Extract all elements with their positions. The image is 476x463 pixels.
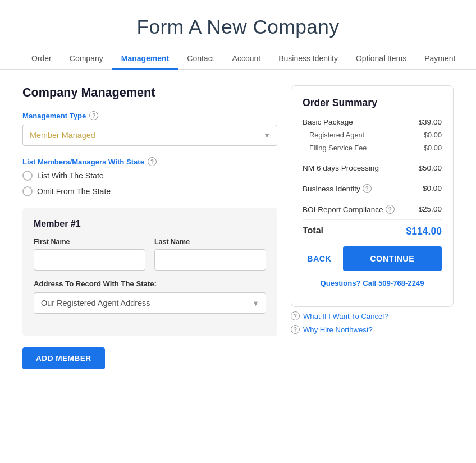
member-title: Member #1 [34, 219, 266, 229]
first-name-label: First Name [34, 238, 145, 246]
radio-list-with-state[interactable]: List With The State [22, 171, 277, 181]
order-line-label-nm: NM 6 days Processing [303, 164, 379, 172]
order-line-label-biz-identity: Business Identity [303, 185, 360, 193]
order-divider-4 [303, 219, 442, 220]
order-line-boi: BOI Report Compliance ? $25.00 [303, 205, 442, 214]
cancel-link[interactable]: ? What If I Want To Cancel? [291, 311, 454, 320]
section-title: Company Management [22, 85, 277, 100]
management-type-select[interactable]: Member Managed Manager Managed [22, 125, 277, 146]
order-line-value-biz-identity: $0.00 [423, 184, 442, 193]
tab-company[interactable]: Company [61, 48, 112, 70]
first-name-group: First Name [34, 238, 145, 271]
order-line-value-boi: $25.00 [418, 205, 442, 214]
biz-identity-help-icon[interactable]: ? [363, 184, 372, 193]
tab-management[interactable]: Management [112, 48, 178, 70]
radio-label-omit: Omit From The State [37, 187, 111, 196]
order-total-line: Total $114.00 [303, 226, 442, 237]
back-button[interactable]: BACK [303, 247, 336, 270]
radio-label-list: List With The State [37, 171, 104, 180]
order-line-label-boi: BOI Report Compliance [303, 205, 383, 214]
order-line-label-agent: Registered Agent [309, 131, 364, 139]
left-panel: Company Management Management Type ? Mem… [22, 85, 277, 369]
continue-button[interactable]: CONTINUE [343, 246, 442, 271]
tab-contact[interactable]: Contact [178, 48, 223, 70]
last-name-label: Last Name [154, 238, 266, 246]
order-divider-3 [303, 199, 442, 199]
hire-nw-help-icon: ? [291, 325, 300, 334]
member-card: Member #1 First Name Last Name Address T… [22, 208, 277, 336]
cancel-help-icon: ? [291, 311, 300, 320]
order-divider-2 [303, 178, 442, 178]
last-name-group: Last Name [154, 238, 266, 271]
order-line-nm-processing: NM 6 days Processing $50.00 [303, 164, 442, 172]
management-type-wrapper: Member Managed Manager Managed ▼ [22, 125, 277, 146]
radio-circle-omit [22, 186, 33, 196]
first-name-input[interactable] [34, 249, 145, 271]
tab-order[interactable]: Order [22, 48, 61, 70]
tab-business-identity[interactable]: Business Identity [269, 48, 347, 70]
tab-optional-items[interactable]: Optional Items [347, 48, 415, 70]
order-total-label: Total [303, 226, 323, 237]
boi-help-icon[interactable]: ? [386, 205, 395, 214]
order-line-value-agent: $0.00 [424, 131, 442, 139]
tab-nav: Order Company Management Contact Account… [0, 48, 476, 70]
radio-group: List With The State Omit From The State [22, 171, 277, 196]
order-actions: BACK CONTINUE [303, 246, 442, 271]
order-summary-title: Order Summary [303, 97, 442, 109]
order-line-value-nm: $50.00 [418, 164, 442, 172]
order-summary-card: Order Summary Basic Package $39.00 Regis… [291, 85, 454, 307]
radio-omit-from-state[interactable]: Omit From The State [22, 186, 277, 196]
radio-circle-list [22, 171, 33, 181]
list-members-label: List Members/Managers With State ? [22, 157, 277, 166]
hire-northwest-link[interactable]: ? Why Hire Northwest? [291, 325, 454, 334]
order-line-registered-agent: Registered Agent $0.00 [303, 131, 442, 139]
order-line-value-basic: $39.00 [418, 118, 442, 126]
right-panel: Order Summary Basic Package $39.00 Regis… [291, 85, 454, 369]
hire-nw-link-label: Why Hire Northwest? [303, 326, 373, 334]
order-line-label-filing: Filing Service Fee [309, 144, 367, 152]
address-select[interactable]: Our Registered Agent Address Custom Addr… [34, 292, 266, 314]
tab-payment[interactable]: Payment [415, 48, 464, 70]
address-wrapper: Our Registered Agent Address Custom Addr… [34, 292, 266, 314]
order-total-value: $114.00 [406, 226, 442, 237]
order-line-label-basic: Basic Package [303, 118, 353, 126]
order-line-filing-fee: Filing Service Fee $0.00 [303, 144, 442, 152]
list-members-help-icon[interactable]: ? [148, 157, 157, 166]
address-label: Address To Record With The State: [34, 279, 266, 288]
last-name-input[interactable] [154, 249, 266, 271]
tab-account[interactable]: Account [223, 48, 270, 70]
order-line-basic-package: Basic Package $39.00 [303, 118, 442, 126]
page-title: Form A New Company [0, 0, 476, 48]
management-type-label: Management Type ? [22, 111, 277, 120]
name-fields: First Name Last Name [34, 238, 266, 271]
management-type-help-icon[interactable]: ? [89, 111, 98, 120]
help-links: ? What If I Want To Cancel? ? Why Hire N… [291, 311, 454, 334]
order-line-value-filing: $0.00 [424, 144, 442, 152]
order-divider-1 [303, 158, 442, 158]
phone-link[interactable]: Questions? Call 509-768-2249 [303, 279, 442, 287]
cancel-link-label: What If I Want To Cancel? [303, 312, 388, 320]
order-line-business-identity: Business Identity ? $0.00 [303, 184, 442, 193]
add-member-button[interactable]: ADD MEMBER [22, 347, 105, 369]
